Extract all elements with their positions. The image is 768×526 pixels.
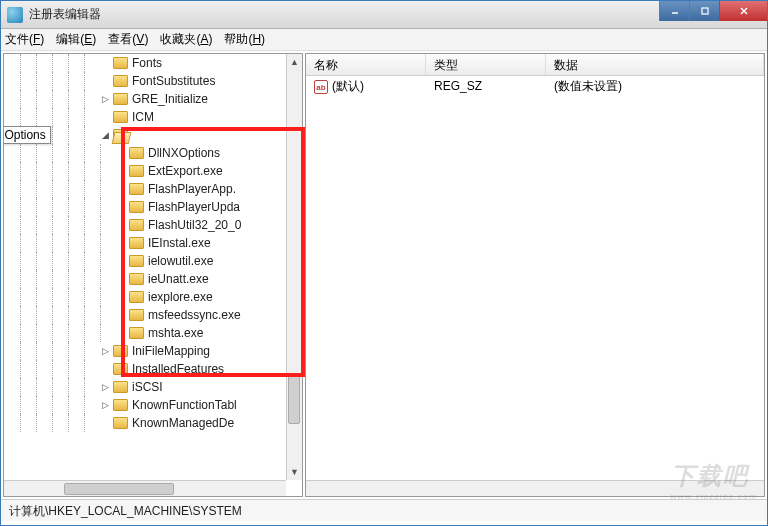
- tree-item[interactable]: ExtExport.exe: [3, 162, 284, 180]
- tree-scrollbar-vertical[interactable]: ▲ ▼: [286, 54, 302, 480]
- tree-item-label: IEInstal.exe: [148, 236, 211, 250]
- tree-item[interactable]: ielowutil.exe: [3, 252, 284, 270]
- tree-item-label: FlashUtil32_20_0: [148, 218, 241, 232]
- tree-item[interactable]: ICM: [3, 108, 284, 126]
- folder-icon: [129, 309, 144, 321]
- tree-item[interactable]: FontSubstitutes: [3, 72, 284, 90]
- tree-item[interactable]: FlashPlayerUpda: [3, 198, 284, 216]
- menu-view[interactable]: 查看(V): [108, 31, 148, 48]
- tree-item[interactable]: msfeedssync.exe: [3, 306, 284, 324]
- tree-item[interactable]: KnownManagedDe: [3, 414, 284, 432]
- no-expander: [116, 166, 127, 177]
- folder-icon: [129, 219, 144, 231]
- tree-item[interactable]: ▷IniFileMapping: [3, 342, 284, 360]
- tree-item-label: iSCSI: [132, 380, 163, 394]
- tree-item-label: DllNXOptions: [148, 146, 220, 160]
- tree-item[interactable]: ▷iSCSI: [3, 378, 284, 396]
- window-title: 注册表编辑器: [29, 6, 101, 23]
- tree-item[interactable]: IEInstal.exe: [3, 234, 284, 252]
- no-expander: [100, 112, 111, 123]
- tree-item-label: KnownManagedDe: [132, 416, 234, 430]
- no-expander: [116, 292, 127, 303]
- menu-edit[interactable]: 编辑(E): [56, 31, 96, 48]
- folder-icon: [129, 327, 144, 339]
- scroll-down-icon[interactable]: ▼: [287, 464, 302, 480]
- tree-item-label: InstalledFeatures: [132, 362, 224, 376]
- scroll-thumb-horizontal[interactable]: [64, 483, 174, 495]
- tree-item-label: FlashPlayerApp.: [148, 182, 236, 196]
- window-controls: [659, 1, 767, 21]
- menu-help[interactable]: 帮助(H): [224, 31, 265, 48]
- tree-item[interactable]: ieUnatt.exe: [3, 270, 284, 288]
- folder-icon: [129, 147, 144, 159]
- expand-icon[interactable]: ▷: [100, 346, 111, 357]
- tree-item-label: mshta.exe: [148, 326, 203, 340]
- maximize-button[interactable]: [689, 1, 719, 21]
- list-scrollbar-horizontal[interactable]: [306, 480, 764, 496]
- menu-favorites[interactable]: 收藏夹(A): [160, 31, 212, 48]
- expand-icon[interactable]: ▷: [100, 382, 111, 393]
- folder-icon: [113, 75, 128, 87]
- no-expander: [116, 202, 127, 213]
- minimize-button[interactable]: [659, 1, 689, 21]
- no-expander: [100, 76, 111, 87]
- tree-item-label: KnownFunctionTabl: [132, 398, 237, 412]
- no-expander: [100, 364, 111, 375]
- tree-item-label: ieUnatt.exe: [148, 272, 209, 286]
- no-expander: [116, 328, 127, 339]
- folder-icon: [113, 399, 128, 411]
- list-row[interactable]: ab(默认)REG_SZ(数值未设置): [306, 76, 764, 96]
- tree-item-tooltip: Image File Execution Options: [3, 126, 51, 144]
- tree-scrollbar-horizontal[interactable]: [4, 480, 286, 496]
- folder-icon: [113, 111, 128, 123]
- string-value-icon: ab: [314, 80, 328, 94]
- no-expander: [116, 256, 127, 267]
- folder-icon: [113, 129, 128, 141]
- expand-icon[interactable]: ▷: [100, 94, 111, 105]
- no-expander: [116, 310, 127, 321]
- tree-item[interactable]: ◢Image File Execution Options: [3, 126, 284, 144]
- column-type[interactable]: 类型: [426, 54, 546, 75]
- tree-item-label: GRE_Initialize: [132, 92, 208, 106]
- tree-item[interactable]: DllNXOptions: [3, 144, 284, 162]
- folder-icon: [129, 273, 144, 285]
- tree-item[interactable]: FlashPlayerApp.: [3, 180, 284, 198]
- tree-item-label: msfeedssync.exe: [148, 308, 241, 322]
- folder-icon: [129, 255, 144, 267]
- folder-icon: [113, 381, 128, 393]
- status-bar: 计算机\HKEY_LOCAL_MACHINE\SYSTEM: [1, 499, 767, 521]
- menu-file[interactable]: 文件(F): [5, 31, 44, 48]
- expand-icon[interactable]: ▷: [100, 400, 111, 411]
- tree-item-label: ExtExport.exe: [148, 164, 223, 178]
- tree-item[interactable]: mshta.exe: [3, 324, 284, 342]
- no-expander: [100, 58, 111, 69]
- no-expander: [116, 220, 127, 231]
- tree-pane: FontsFontSubstitutes▷GRE_InitializeICM◢I…: [3, 53, 303, 497]
- scroll-up-icon[interactable]: ▲: [287, 54, 302, 70]
- no-expander: [116, 148, 127, 159]
- scroll-thumb-vertical[interactable]: [288, 374, 300, 424]
- folder-icon: [113, 57, 128, 69]
- tree-item-label: IniFileMapping: [132, 344, 210, 358]
- svg-rect-1: [702, 8, 708, 14]
- title-bar: 注册表编辑器: [1, 1, 767, 29]
- tree-item-label: FlashPlayerUpda: [148, 200, 240, 214]
- column-name[interactable]: 名称: [306, 54, 426, 75]
- tree-item[interactable]: Fonts: [3, 54, 284, 72]
- tree-item[interactable]: FlashUtil32_20_0: [3, 216, 284, 234]
- column-data[interactable]: 数据: [546, 54, 764, 75]
- no-expander: [100, 418, 111, 429]
- tree-item[interactable]: iexplore.exe: [3, 288, 284, 306]
- tree-item-label: FontSubstitutes: [132, 74, 215, 88]
- tree-item[interactable]: InstalledFeatures: [3, 360, 284, 378]
- folder-icon: [129, 291, 144, 303]
- collapse-icon[interactable]: ◢: [100, 130, 111, 141]
- tree-item-label: ICM: [132, 110, 154, 124]
- regedit-icon: [7, 7, 23, 23]
- tree-item[interactable]: ▷KnownFunctionTabl: [3, 396, 284, 414]
- no-expander: [116, 238, 127, 249]
- list-pane: 名称 类型 数据 ab(默认)REG_SZ(数值未设置): [305, 53, 765, 497]
- close-button[interactable]: [719, 1, 767, 21]
- tree-item[interactable]: ▷GRE_Initialize: [3, 90, 284, 108]
- no-expander: [116, 274, 127, 285]
